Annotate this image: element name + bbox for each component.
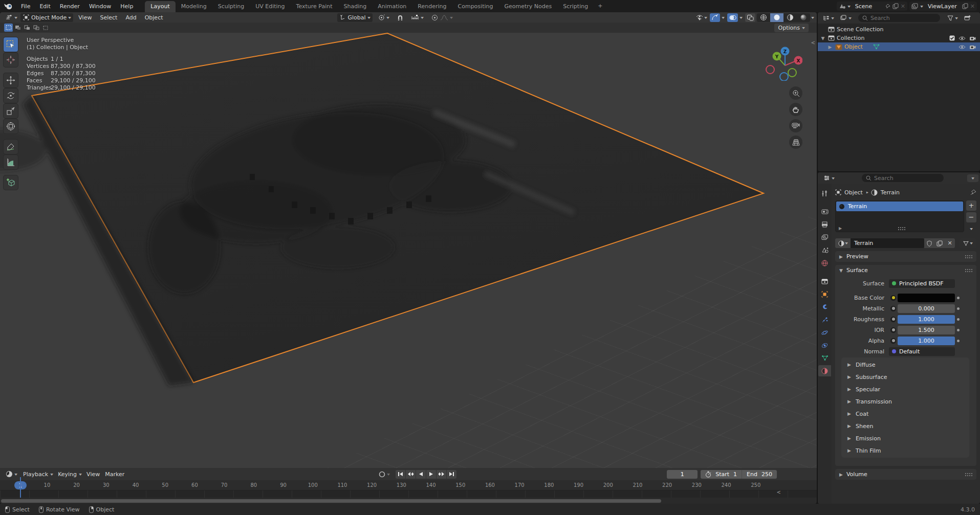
scene-name[interactable]: Scene [852, 3, 883, 10]
expand-arrow-icon[interactable]: ▼ [820, 36, 826, 41]
subpanel-specular[interactable]: ▶Specular [841, 383, 969, 395]
timeline-ruler[interactable]: 1 10203040506070809010011012013014015016… [0, 480, 817, 490]
overlays-dropdown[interactable]: ▾ [738, 13, 744, 22]
tab-world[interactable] [818, 257, 831, 268]
viewlayer-name[interactable]: ViewLayer [925, 3, 960, 10]
current-frame-field[interactable]: 1 [667, 470, 698, 479]
panel-grip[interactable] [965, 473, 972, 476]
remove-slot-button[interactable]: − [966, 212, 976, 222]
tool-cursor[interactable] [4, 53, 18, 67]
pin-icon[interactable] [970, 189, 976, 195]
auto-key-toggle[interactable]: ▾ [376, 470, 392, 479]
resize-grip[interactable] [898, 227, 905, 230]
viewlayer-selector[interactable]: ▾ ViewLayer ✕ [909, 2, 977, 11]
snap-toggle[interactable] [395, 13, 406, 22]
timeline-editor-type-button[interactable]: ▾ [3, 469, 19, 479]
subpanel-subsurface[interactable]: ▶Subsurface [841, 371, 969, 383]
gizmo-y-label[interactable]: Y [775, 54, 779, 59]
sidebar-collapse-arrow[interactable]: < [811, 40, 815, 46]
workspace-tab-scripting[interactable]: Scripting [557, 1, 594, 12]
hide-eye-icon[interactable] [959, 44, 966, 50]
surface-panel-header[interactable]: ▼ Surface [835, 265, 976, 276]
tool-add-primitive[interactable] [4, 175, 18, 190]
pan-button[interactable] [789, 103, 802, 116]
animate-dot[interactable] [957, 297, 960, 299]
shading-dropdown[interactable]: ▾ [811, 15, 814, 20]
previous-keyframe-button[interactable] [406, 470, 416, 479]
editor-type-button[interactable]: ▾ [3, 13, 19, 21]
animate-dot[interactable] [957, 307, 960, 310]
outliner-filter-button[interactable]: ▾ [945, 14, 960, 22]
normal-menu[interactable]: Default [889, 347, 955, 356]
workspace-tab-sculpting[interactable]: Sculpting [212, 1, 250, 12]
panel-grip[interactable] [965, 255, 972, 258]
timeline-menu-view[interactable]: View [84, 470, 102, 479]
base-color-socket[interactable] [889, 295, 898, 301]
tab-object[interactable] [818, 288, 831, 300]
gizmo-z-label[interactable]: Z [783, 49, 787, 54]
browse-material-button[interactable]: ▾ [835, 238, 851, 248]
mode-dropdown[interactable]: Object Mode ▾ [20, 13, 73, 22]
select-mode-tweak[interactable] [4, 24, 13, 32]
gizmos-toggle[interactable] [710, 13, 720, 22]
timeline-menu-keying[interactable]: Keying▾ [55, 470, 84, 479]
alpha-socket[interactable] [889, 338, 898, 344]
timeline-collapse-arrow[interactable]: < [777, 489, 781, 495]
hide-eye-icon[interactable] [959, 36, 966, 41]
tab-view-layer[interactable] [818, 232, 831, 243]
overlays-toggle[interactable] [727, 13, 738, 22]
workspace-tab-shading[interactable]: Shading [338, 1, 373, 12]
workspace-tab-rendering[interactable]: Rendering [412, 1, 452, 12]
tab-material[interactable] [818, 365, 831, 376]
alpha-slider[interactable]: 1.000 [898, 337, 955, 345]
base-color-swatch[interactable] [898, 294, 955, 302]
animate-dot[interactable] [957, 318, 960, 321]
expand-arrow-icon[interactable]: ▶ [827, 44, 833, 50]
jump-to-end-button[interactable] [447, 470, 456, 479]
options-button[interactable]: Options ▾ [774, 24, 809, 32]
slot-expand-icon[interactable]: ▶ [839, 226, 842, 231]
tab-scene[interactable] [818, 244, 831, 256]
timeline-menu-playback[interactable]: Playback▾ [20, 470, 55, 479]
subpanel-diffuse[interactable]: ▶Diffuse [841, 359, 969, 371]
workspace-tab-texture-paint[interactable]: Texture Paint [291, 1, 338, 12]
disable-render-icon[interactable] [969, 36, 976, 41]
pivot-point-dropdown[interactable]: ▾ [376, 13, 391, 22]
gizmos-dropdown[interactable]: ▾ [721, 13, 726, 22]
tab-collection[interactable] [818, 276, 831, 287]
volume-panel-header[interactable]: ▶ Volume [835, 469, 976, 480]
preview-panel-header[interactable]: ▶ Preview [835, 251, 976, 262]
select-mode-box[interactable] [13, 24, 22, 32]
play-button[interactable] [426, 470, 436, 479]
jump-to-start-button[interactable] [396, 470, 405, 479]
tab-modifiers[interactable] [818, 301, 831, 312]
ior-field[interactable]: 1.500 [898, 326, 955, 334]
tab-particles[interactable] [818, 314, 831, 325]
new-collection-button[interactable] [962, 14, 973, 22]
unlink-material-button[interactable]: ✕ [945, 238, 955, 248]
duplicate-icon[interactable] [962, 3, 968, 9]
next-keyframe-button[interactable] [437, 470, 446, 479]
scene-selector[interactable]: ▾ Scene ✕ [837, 2, 907, 11]
tab-tool[interactable] [818, 188, 831, 199]
outliner-display-mode[interactable]: ▾ [820, 14, 836, 22]
duplicate-icon[interactable] [892, 3, 899, 9]
material-slot-item[interactable]: Terrain [836, 201, 963, 211]
perspective-toggle-button[interactable] [789, 136, 802, 149]
viewport-menu-view[interactable]: View [74, 13, 96, 23]
viewport-menu-select[interactable]: Select [96, 13, 121, 23]
transform-orientation-dropdown[interactable]: Global ▾ [337, 13, 373, 22]
tool-measure[interactable] [4, 155, 18, 169]
tool-annotate[interactable] [4, 140, 18, 154]
workspace-tab-uv-editing[interactable]: UV Editing [250, 1, 290, 12]
outliner-row-scene-collection[interactable]: Scene Collection [818, 25, 980, 34]
checkbox-icon[interactable] [949, 35, 955, 41]
roughness-socket[interactable] [889, 317, 898, 322]
properties-search[interactable]: Search [862, 174, 944, 182]
properties-editor-type-button[interactable]: ▾ [821, 174, 837, 182]
tool-rotate[interactable] [4, 88, 18, 103]
viewport-menu-object[interactable]: Object [141, 13, 167, 23]
ior-socket[interactable] [889, 327, 898, 333]
select-mode-extend[interactable] [23, 24, 31, 32]
proportional-editing-toggle[interactable]: ▾ [429, 13, 455, 22]
